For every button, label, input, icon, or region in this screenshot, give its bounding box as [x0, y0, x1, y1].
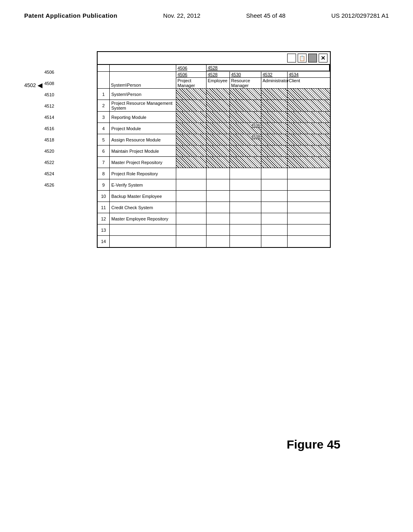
- cell-num-8: 8: [98, 168, 110, 179]
- left-ref-4518: 4518: [44, 134, 54, 145]
- cell-emp-12: [206, 213, 230, 224]
- cell-admin-1: [261, 89, 288, 100]
- cell-system-14: [110, 236, 176, 247]
- left-ref-4522: 4522: [44, 157, 54, 168]
- blank-icon-1[interactable]: [287, 54, 296, 62]
- cell-emp-5: [206, 134, 230, 145]
- blank-icon-2[interactable]: [308, 54, 317, 62]
- cell-admin-8: [261, 168, 288, 179]
- cell-admin-10: [261, 191, 288, 202]
- publication-title: Patent Application Publication: [24, 12, 117, 19]
- cell-pm-1: [176, 89, 206, 100]
- h2-rm-ref: 4530: [230, 72, 261, 78]
- cell-pm-6: [176, 145, 206, 156]
- cell-system-9: E-Verify System: [110, 179, 176, 190]
- h2-admin-group: 4532 Administrator: [261, 72, 288, 88]
- table-row: 2 Project Resource Management System: [98, 100, 330, 112]
- copy-icon[interactable]: 📋: [298, 54, 307, 62]
- h2-pm-group: 4506 Project Manager: [176, 72, 206, 88]
- cell-client-9: [288, 179, 330, 190]
- cell-client-3: [288, 112, 330, 123]
- cell-rm-14: [230, 236, 261, 247]
- icon-bar: 📋 ✕: [98, 52, 330, 65]
- cell-rm-12: [230, 213, 261, 224]
- cell-pm-8: [176, 168, 206, 179]
- table-row: 3 Reporting Module: [98, 112, 330, 123]
- cell-emp-9: [206, 179, 230, 190]
- left-ref-empty3: [44, 213, 54, 224]
- h2-admin-label: Administrator: [261, 78, 287, 83]
- cell-system-2: Project Resource Management System: [110, 100, 176, 111]
- cell-num-3: 3: [98, 112, 110, 123]
- ref-4502-label: 4502 ◀: [24, 81, 42, 89]
- close-icon[interactable]: ✕: [319, 54, 327, 62]
- left-ref-empty2: [44, 202, 54, 213]
- cell-emp-4: [206, 123, 230, 134]
- cell-pm-9: [176, 179, 206, 190]
- diagram-table: 📋 ✕ 4506 4528: [97, 51, 331, 248]
- left-ref-4512: 4512: [44, 100, 54, 112]
- h-system-empty: [110, 65, 176, 71]
- cell-client-7: [288, 157, 330, 168]
- h2-client-ref: 4534: [288, 72, 330, 78]
- h2-rownum: [98, 72, 110, 88]
- figure-label: Figure 45: [287, 438, 340, 451]
- table-row: 1 System\Person: [98, 89, 330, 100]
- left-ref-4526: 4526: [44, 179, 54, 191]
- table-row: 11 Credit Check System: [98, 202, 330, 213]
- cell-emp-14: [206, 236, 230, 247]
- cell-emp-6: [206, 145, 230, 156]
- sheet-info: Sheet 45 of 48: [246, 12, 286, 19]
- cell-admin-14: [261, 236, 288, 247]
- cell-emp-8: [206, 168, 230, 179]
- table-row: 9 E-Verify System: [98, 179, 330, 191]
- left-ref-4524: 4524: [44, 168, 54, 179]
- left-ref-4516: 4516: [44, 123, 54, 134]
- table-row: 13: [98, 224, 330, 236]
- cell-rm-4: 4536: [230, 123, 261, 134]
- cell-rm-11: [230, 202, 261, 213]
- cell-system-3: Reporting Module: [110, 112, 176, 123]
- left-ref-4520: 4520: [44, 145, 54, 157]
- left-ref-4508: 4508: [44, 78, 54, 89]
- cell-admin-2: [261, 100, 288, 111]
- cell-num-6: 6: [98, 145, 110, 156]
- h2-employee-group: 4528 Employee: [206, 72, 230, 88]
- ref-4506-header: 4506: [176, 65, 206, 71]
- page-header: Patent Application Publication Nov. 22, …: [0, 0, 413, 23]
- cell-system-5: Assign Resource Module: [110, 134, 176, 145]
- cell-num-11: 11: [98, 202, 110, 213]
- table-row: 6 Maintain Project Module: [98, 145, 330, 157]
- cell-rm-2: [230, 100, 261, 111]
- diagram-container: 4506 4508 4510 4512 4514 4516 4518 4520 …: [65, 43, 331, 248]
- cell-admin-9: [261, 179, 288, 190]
- cell-pm-4: [176, 123, 206, 134]
- cell-pm-13: [176, 224, 206, 235]
- cell-system-8: Project Role Repository: [110, 168, 176, 179]
- cell-system-10: Backup Master Employee: [110, 191, 176, 202]
- cell-client-11: [288, 202, 330, 213]
- cell-client-12: [288, 213, 330, 224]
- table-row: 4 Project Module 4536: [98, 123, 330, 134]
- cell-pm-10: [176, 191, 206, 202]
- cell-system-12: Master Employee Repository: [110, 213, 176, 224]
- cell-rm-6: [230, 145, 261, 156]
- cell-admin-5: [261, 134, 288, 145]
- cell-rm-5: 4538: [230, 134, 261, 145]
- cell-pm-3: [176, 112, 206, 123]
- cell-admin-11: [261, 202, 288, 213]
- cell-rm-3: [230, 112, 261, 123]
- table-row: 14: [98, 236, 330, 247]
- cell-client-6: [288, 145, 330, 156]
- cell-system-6: Maintain Project Module: [110, 145, 176, 156]
- cell-num-10: 10: [98, 191, 110, 202]
- cell-client-13: [288, 224, 330, 235]
- cell-emp-13: [206, 224, 230, 235]
- cell-pm-12: [176, 213, 206, 224]
- cell-admin-13: [261, 224, 288, 235]
- cell-system-11: Credit Check System: [110, 202, 176, 213]
- left-ref-4506: 4506: [44, 66, 54, 78]
- h2-employee-label: Employee: [206, 78, 229, 83]
- ref-4536-label: 4536: [251, 123, 260, 128]
- cell-rm-9: [230, 179, 261, 190]
